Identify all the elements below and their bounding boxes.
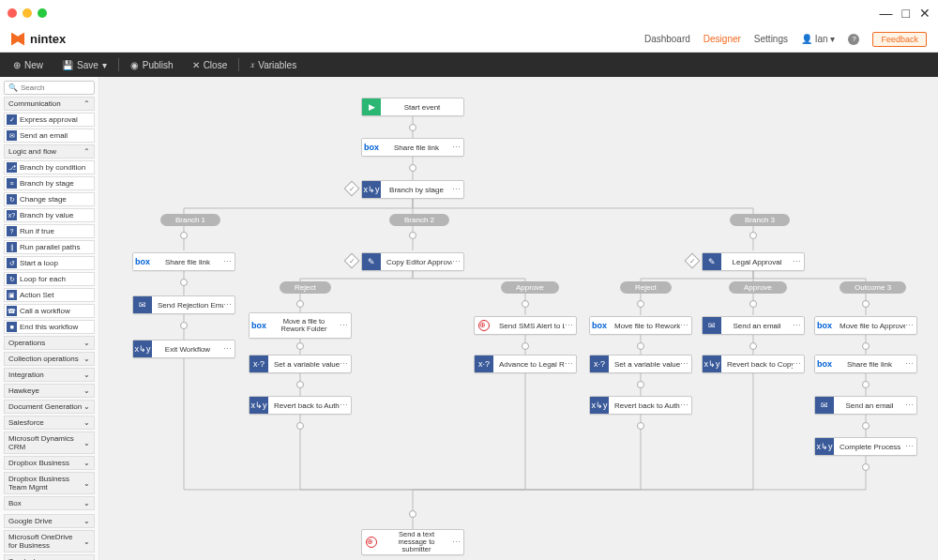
node-menu-icon[interactable]: ⋯ <box>680 359 691 369</box>
node-menu-icon[interactable]: ⋯ <box>905 359 916 369</box>
node-menu-icon[interactable]: ⋯ <box>340 359 351 369</box>
node-menu-icon[interactable]: ⋯ <box>905 401 916 410</box>
connector-dot[interactable] <box>637 300 644 308</box>
nav-designer[interactable]: Designer <box>704 34 741 44</box>
node-b2-revert[interactable]: x↳yRevert back to Author⋯ <box>249 396 352 415</box>
node-b3-move-rework[interactable]: boxMove file to Rework⋯ <box>589 316 692 335</box>
cat-box[interactable]: Box⌄ <box>4 496 95 510</box>
action-send-email[interactable]: ✉Send an email <box>4 129 95 143</box>
cat-docgen[interactable]: Document Generation⌄ <box>4 400 95 414</box>
node-final-sms[interactable]: ⊕Send a text message to submitter⋯ <box>361 529 464 555</box>
action-start-loop[interactable]: ↺Start a loop <box>4 256 95 270</box>
node-b3-email2[interactable]: ✉Send an email⋯ <box>814 396 917 415</box>
connector-dot[interactable] <box>637 381 644 388</box>
connector-dot[interactable] <box>296 300 304 308</box>
node-menu-icon[interactable]: ⋯ <box>223 257 234 266</box>
connector-dot[interactable] <box>409 164 416 172</box>
maximize-icon[interactable]: □ <box>902 6 910 21</box>
node-menu-icon[interactable]: ⋯ <box>340 401 351 410</box>
connector-dot[interactable] <box>180 232 188 239</box>
feedback-button[interactable]: Feedback <box>872 32 927 47</box>
node-b2-setvar[interactable]: x·?Set a variable value⋯ <box>249 355 352 373</box>
action-run-if-true[interactable]: ?Run if true <box>4 224 95 238</box>
node-menu-icon[interactable]: ⋯ <box>793 359 804 369</box>
node-menu-icon[interactable]: ⋯ <box>340 321 351 330</box>
new-button[interactable]: ⊕New <box>6 60 51 70</box>
connector-dot[interactable] <box>296 342 304 350</box>
connector-dot[interactable] <box>522 342 529 350</box>
node-b3-revert-copy[interactable]: x↳yRevert back to Copy Editor⋯ <box>702 355 805 373</box>
node-menu-icon[interactable]: ⋯ <box>905 321 916 330</box>
cat-operations[interactable]: Operations⌄ <box>4 336 95 350</box>
node-b2-advance[interactable]: x·?Advance to Legal Review⋯ <box>474 355 577 373</box>
close-icon[interactable]: ✕ <box>919 6 930 21</box>
action-branch-value[interactable]: x?Branch by value <box>4 208 95 222</box>
connector-dot[interactable] <box>749 232 757 239</box>
action-branch-stage[interactable]: ≡Branch by stage <box>4 176 95 190</box>
connector-dot[interactable] <box>180 322 188 329</box>
close-button[interactable]: ✕Close <box>185 60 235 70</box>
node-b3-move-approved[interactable]: boxMove file to Approved⋯ <box>814 316 917 335</box>
node-b2-move-rework[interactable]: boxMove a file to Rework Folder⋯ <box>249 312 352 339</box>
workflow-canvas[interactable]: ▶Start event boxShare file link⋯ x↳yBran… <box>99 77 938 560</box>
connector-dot[interactable] <box>749 300 757 308</box>
node-menu-icon[interactable]: ⋯ <box>223 344 234 354</box>
action-branch-condition[interactable]: ⎇Branch by condition <box>4 160 95 174</box>
cat-dropbox[interactable]: Dropbox Business⌄ <box>4 456 95 470</box>
connector-dot[interactable] <box>637 342 644 350</box>
cat-salesforce[interactable]: Salesforce⌄ <box>4 416 95 430</box>
node-menu-icon[interactable]: ⋯ <box>680 401 691 410</box>
connector-dot[interactable] <box>409 232 416 239</box>
node-b1-exit[interactable]: x↳yExit Workflow⋯ <box>132 340 235 358</box>
connector-dot[interactable] <box>862 463 870 471</box>
connector-dot[interactable] <box>862 300 870 308</box>
node-menu-icon[interactable]: ⋯ <box>223 300 234 310</box>
nav-dashboard[interactable]: Dashboard <box>644 34 690 44</box>
node-menu-icon[interactable]: ⋯ <box>565 359 576 369</box>
node-share-link[interactable]: boxShare file link⋯ <box>361 138 464 157</box>
node-menu-icon[interactable]: ⋯ <box>565 321 576 330</box>
node-menu-icon[interactable]: ⋯ <box>452 185 463 194</box>
cat-dropbox-team[interactable]: Dropbox Business Team Mgmt⌄ <box>4 472 95 494</box>
node-b3-complete[interactable]: x↳yComplete Process⋯ <box>814 437 917 456</box>
action-change-stage[interactable]: ↻Change stage <box>4 192 95 206</box>
node-branch-stage[interactable]: x↳yBranch by stage⋯ <box>361 180 464 199</box>
node-menu-icon[interactable]: ⋯ <box>452 143 463 152</box>
node-b3-setvar[interactable]: x·?Set a variable value⋯ <box>589 355 692 373</box>
node-b2-sms[interactable]: ⊕Send SMS Alert to Legal⋯ <box>474 316 577 335</box>
connector-dot[interactable] <box>862 342 870 350</box>
connector-dot[interactable] <box>296 381 304 388</box>
action-parallel[interactable]: ∥Run parallel paths <box>4 240 95 254</box>
connector-dot[interactable] <box>637 422 644 430</box>
node-menu-icon[interactable]: ⋯ <box>905 442 916 451</box>
help-icon[interactable]: ? <box>848 34 859 45</box>
cat-logic-flow[interactable]: Logic and flow⌃ <box>4 144 95 159</box>
node-b1-reject-email[interactable]: ✉Send Rejection Email⋯ <box>132 295 235 314</box>
action-loop-each[interactable]: ↻Loop for each <box>4 272 95 286</box>
cat-zendesk[interactable]: Zendesk⌄ <box>4 554 95 560</box>
maximize-window-icon[interactable] <box>38 8 47 18</box>
node-start-event[interactable]: ▶Start event <box>361 98 464 116</box>
cat-dynamics[interactable]: Microsoft Dynamics CRM⌄ <box>4 431 95 454</box>
node-b3-share[interactable]: boxShare file link⋯ <box>814 355 917 373</box>
connector-dot[interactable] <box>862 381 870 388</box>
cat-collection-ops[interactable]: Collection operations⌄ <box>4 352 95 366</box>
search-input[interactable] <box>21 83 90 92</box>
close-window-icon[interactable] <box>8 8 17 18</box>
node-b1-share[interactable]: boxShare file link⋯ <box>132 252 235 271</box>
minimize-icon[interactable]: — <box>880 6 893 21</box>
node-b3-approval[interactable]: ✎Legal Approval⋯ <box>702 252 805 271</box>
variables-button[interactable]: 𝑥Variables <box>243 59 304 70</box>
node-b3-email[interactable]: ✉Send an email⋯ <box>702 316 805 335</box>
cat-integration[interactable]: Integration⌄ <box>4 368 95 382</box>
connector-dot[interactable] <box>409 510 416 518</box>
save-button[interactable]: 💾Save▾ <box>54 60 114 70</box>
cat-onedrive[interactable]: Microsoft OneDrive for Business⌄ <box>4 530 95 552</box>
action-set[interactable]: ▣Action Set <box>4 288 95 302</box>
node-menu-icon[interactable]: ⋯ <box>452 257 463 266</box>
node-menu-icon[interactable]: ⋯ <box>680 321 691 330</box>
publish-button[interactable]: ◉Publish <box>123 60 181 70</box>
action-call-workflow[interactable]: ☎Call a workflow <box>4 304 95 318</box>
connector-dot[interactable] <box>749 342 757 350</box>
cat-hawkeye[interactable]: Hawkeye⌄ <box>4 384 95 398</box>
